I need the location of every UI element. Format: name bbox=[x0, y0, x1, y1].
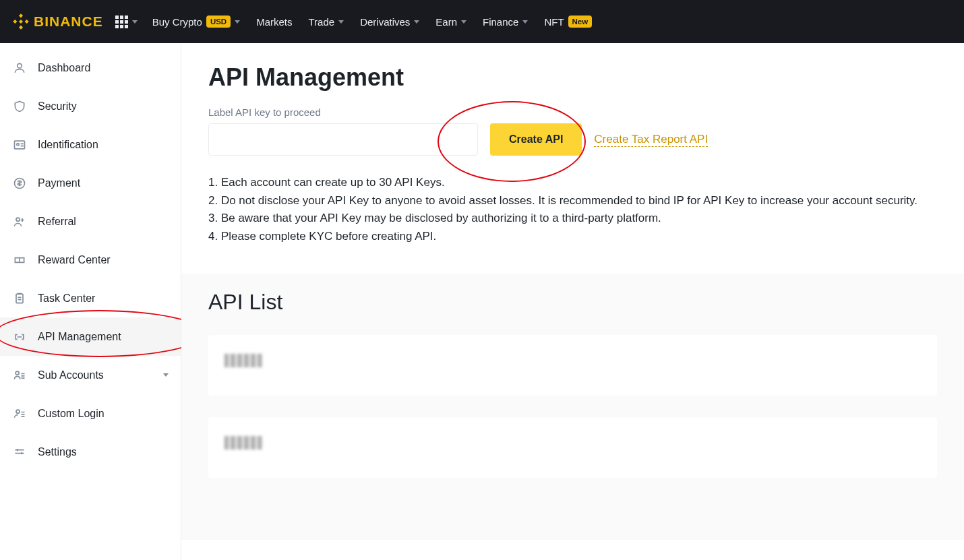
nav-label: Finance bbox=[483, 16, 518, 28]
api-label-hint: Label API key to proceed bbox=[208, 106, 937, 118]
nav-finance[interactable]: Finance bbox=[483, 16, 528, 28]
chevron-down-icon bbox=[235, 20, 240, 24]
api-key-masked bbox=[224, 354, 262, 367]
svg-rect-4 bbox=[25, 20, 29, 24]
settings-icon bbox=[12, 445, 27, 460]
sidebar-item-custom-login[interactable]: Custom Login bbox=[0, 394, 181, 433]
apps-grid-icon bbox=[115, 15, 128, 28]
nav-label: NFT bbox=[544, 16, 564, 28]
nav-label: Buy Crypto bbox=[152, 16, 202, 28]
logo[interactable]: BINANCE bbox=[12, 13, 103, 30]
sidebar-item-sub-accounts[interactable]: Sub Accounts bbox=[0, 356, 181, 394]
nav-trade[interactable]: Trade bbox=[309, 16, 344, 28]
sidebar-item-label: Referral bbox=[38, 216, 76, 228]
svg-rect-6 bbox=[15, 141, 25, 149]
usd-badge: USD bbox=[206, 15, 231, 28]
nav-label: Earn bbox=[435, 16, 457, 28]
chevron-down-icon bbox=[522, 20, 528, 24]
svg-rect-3 bbox=[13, 20, 17, 24]
ticket-icon bbox=[12, 253, 27, 268]
nav-derivatives[interactable]: Derivatives bbox=[360, 16, 419, 28]
new-badge: New bbox=[568, 15, 593, 28]
sidebar: Dashboard Security Identification Paymen… bbox=[0, 43, 181, 560]
svg-rect-2 bbox=[19, 26, 23, 30]
nav-nft[interactable]: NFT New bbox=[544, 15, 592, 28]
shield-icon bbox=[12, 99, 27, 114]
svg-point-9 bbox=[16, 218, 20, 221]
sidebar-item-label: Task Center bbox=[38, 292, 95, 305]
nav-buy-crypto[interactable]: Buy Crypto USD bbox=[152, 15, 240, 28]
id-card-icon bbox=[12, 137, 27, 152]
sidebar-item-api-management[interactable]: API Management bbox=[0, 317, 181, 356]
sidebar-item-payment[interactable]: Payment bbox=[0, 164, 181, 202]
sidebar-item-label: Custom Login bbox=[38, 408, 104, 420]
logo-text: BINANCE bbox=[34, 13, 103, 30]
api-list-title: API List bbox=[208, 290, 937, 315]
nav-label: Markets bbox=[256, 16, 292, 28]
note-line: 3. Be aware that your API Key may be dis… bbox=[208, 210, 937, 227]
api-card[interactable] bbox=[208, 335, 937, 396]
sidebar-item-label: Payment bbox=[38, 177, 80, 189]
svg-rect-1 bbox=[19, 13, 23, 18]
top-navbar: BINANCE Buy Crypto USD Markets Trade Der… bbox=[0, 0, 964, 43]
binance-logo-icon bbox=[12, 13, 30, 30]
svg-point-7 bbox=[17, 143, 19, 145]
sidebar-item-label: API Management bbox=[38, 331, 121, 343]
referral-icon bbox=[12, 214, 27, 229]
sub-accounts-icon bbox=[12, 368, 27, 383]
api-key-masked bbox=[224, 436, 262, 449]
chevron-down-icon bbox=[414, 20, 419, 24]
svg-point-12 bbox=[16, 410, 20, 413]
dollar-icon bbox=[12, 176, 27, 191]
user-icon bbox=[12, 61, 27, 75]
svg-point-11 bbox=[16, 371, 19, 375]
sidebar-item-label: Dashboard bbox=[38, 62, 90, 74]
api-card[interactable] bbox=[208, 417, 937, 478]
sidebar-item-task-center[interactable]: Task Center bbox=[0, 279, 181, 317]
apps-menu[interactable] bbox=[115, 15, 138, 28]
sidebar-item-label: Sub Accounts bbox=[38, 369, 104, 381]
note-line: 4. Please complete KYC before creating A… bbox=[208, 228, 937, 245]
tax-report-link[interactable]: Create Tax Report API bbox=[594, 133, 708, 147]
sidebar-item-dashboard[interactable]: Dashboard bbox=[0, 49, 181, 87]
sidebar-item-settings[interactable]: Settings bbox=[0, 433, 181, 471]
svg-rect-0 bbox=[19, 20, 23, 24]
chevron-down-icon bbox=[132, 20, 138, 24]
nav-earn[interactable]: Earn bbox=[435, 16, 466, 28]
sidebar-item-identification[interactable]: Identification bbox=[0, 125, 181, 164]
sidebar-item-referral[interactable]: Referral bbox=[0, 202, 181, 241]
nav-label: Trade bbox=[309, 16, 335, 28]
sidebar-item-reward-center[interactable]: Reward Center bbox=[0, 241, 181, 279]
sidebar-item-label: Reward Center bbox=[38, 254, 111, 266]
clipboard-icon bbox=[12, 291, 27, 306]
nav-label: Derivatives bbox=[360, 16, 410, 28]
api-icon bbox=[12, 330, 27, 344]
sidebar-item-label: Settings bbox=[38, 446, 77, 458]
sidebar-item-security[interactable]: Security bbox=[0, 87, 181, 125]
note-line: 1. Each account can create up to 30 API … bbox=[208, 175, 937, 191]
api-notes: 1. Each account can create up to 30 API … bbox=[208, 175, 937, 245]
create-api-button[interactable]: Create API bbox=[490, 123, 582, 156]
chevron-down-icon bbox=[461, 20, 466, 24]
svg-point-5 bbox=[18, 63, 22, 68]
nav-markets[interactable]: Markets bbox=[256, 16, 292, 28]
svg-rect-10 bbox=[16, 294, 23, 303]
sidebar-item-label: Security bbox=[38, 100, 77, 113]
login-icon bbox=[12, 406, 27, 421]
main-content: API Management Label API key to proceed … bbox=[181, 43, 964, 560]
sidebar-item-label: Identification bbox=[38, 139, 98, 151]
chevron-down-icon bbox=[163, 373, 169, 377]
chevron-down-icon bbox=[338, 20, 344, 24]
api-label-input[interactable] bbox=[208, 123, 478, 156]
note-line: 2. Do not disclose your API Key to anyon… bbox=[208, 193, 937, 210]
page-title: API Management bbox=[208, 63, 937, 92]
